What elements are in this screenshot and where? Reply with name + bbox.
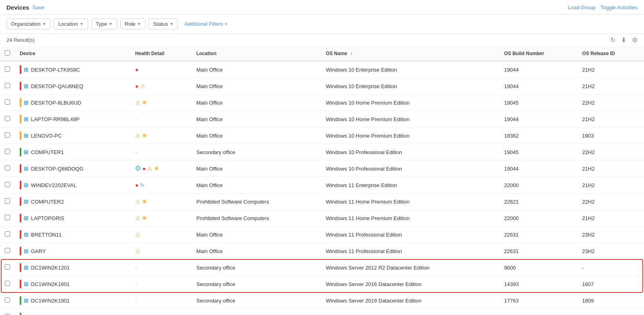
select-all-checkbox[interactable] [5, 50, 10, 56]
row-checkbox-cell [0, 111, 15, 128]
device-cell: ⊞ COMPUTER2 [15, 194, 130, 210]
refresh-icon[interactable]: ↻ [610, 36, 615, 44]
os-name-column-header[interactable]: OS Name ↑ [321, 46, 499, 61]
location-cell: Main Office [192, 226, 321, 243]
toggle-activities-link[interactable]: Toggle Activities [601, 4, 638, 10]
warning-icon: ⚠ [147, 165, 153, 172]
load-group-link[interactable]: Load Group [568, 4, 596, 10]
row-checkbox[interactable] [5, 165, 10, 171]
row-checkbox[interactable] [5, 297, 10, 303]
device-name[interactable]: GARY [31, 248, 46, 254]
status-indicator [20, 131, 21, 140]
device-name[interactable]: DESKTOP-QAU6NEQ [31, 83, 83, 89]
chevron-down-icon: ▼ [169, 22, 173, 26]
error-icon: ● [135, 66, 138, 73]
location-cell: Secondary office [192, 292, 321, 309]
os-build-cell: 17763 [500, 292, 578, 309]
os-build-cell: 14393 [500, 276, 578, 292]
health-detail-cell: - [130, 292, 192, 309]
row-checkbox[interactable] [5, 132, 10, 138]
device-name[interactable]: COMPUTER1 [31, 149, 64, 155]
health-icons-group: - [135, 281, 187, 287]
health-detail-cell: - [130, 144, 192, 161]
device-column-header[interactable]: Device [15, 46, 130, 61]
results-bar: 24 Result(s) ↻ ⬇ ⚙ [0, 34, 644, 46]
row-checkbox-cell [0, 95, 15, 111]
top-bar-left: Devices Save [6, 4, 44, 11]
health-detail-column-header[interactable]: Health Detail [130, 46, 192, 61]
windows-icon: ⊞ [24, 116, 29, 122]
settings-icon[interactable]: ⚙ [632, 36, 638, 44]
table-row: ⊞ WIN-NMVHNRC8O1H - Main Office Windows … [0, 309, 644, 315]
device-name[interactable]: LAPTOP-RR9BL49P [31, 116, 79, 122]
device-name[interactable]: COMPUTER2 [31, 199, 64, 205]
table-row: ⊞ DESKTOP-8LBU6UD ⚠❅ Main Office Windows… [0, 95, 644, 111]
location-cell: Secondary office [192, 259, 321, 276]
os-name-cell: Windows 10 Professional Edition [321, 161, 499, 177]
health-icons-group: ● [135, 66, 187, 73]
health-detail-cell: - [130, 276, 192, 292]
additional-filters-button[interactable]: Additional Filters + [181, 19, 231, 29]
row-checkbox[interactable] [5, 248, 10, 253]
os-release-column-header[interactable]: OS Release ID [577, 46, 644, 61]
row-checkbox-cell [0, 61, 15, 78]
row-checkbox-cell [0, 276, 15, 292]
row-checkbox[interactable] [5, 281, 10, 286]
row-checkbox[interactable] [5, 116, 10, 121]
row-checkbox-cell [0, 210, 15, 226]
row-checkbox[interactable] [5, 99, 10, 105]
health-icons-group: ⚠❅ [135, 215, 187, 221]
device-name[interactable]: DESKTOP-LTK9S8C [31, 67, 80, 73]
os-build-cell: 18362 [500, 128, 578, 144]
status-indicator [20, 181, 21, 189]
row-checkbox[interactable] [5, 182, 10, 187]
select-all-header[interactable] [0, 46, 15, 61]
row-checkbox-cell [0, 243, 15, 259]
warning-icon: ⚠ [135, 215, 140, 221]
health-icons-group: ⚠❅ [135, 132, 187, 139]
row-checkbox[interactable] [5, 66, 10, 72]
device-cell: ⊞ DC1WIN2K1601 [15, 276, 130, 292]
row-checkbox[interactable] [5, 264, 10, 270]
status-indicator [20, 197, 21, 206]
type-filter[interactable]: Type ▼ [91, 19, 117, 29]
snowflake-icon: ❅ [142, 99, 147, 106]
device-name[interactable]: DESKTOP-8LBU6UD [31, 100, 81, 106]
os-release-cell: 23H2 [577, 226, 644, 243]
device-name[interactable]: WINDEV2202EVAL [31, 182, 76, 188]
location-filter[interactable]: Location ▼ [54, 19, 88, 29]
row-checkbox[interactable] [5, 231, 10, 237]
status-filter[interactable]: Status ▼ [149, 19, 178, 29]
row-checkbox[interactable] [5, 215, 10, 220]
table-row: ⊞ BRETTON11 ⚠ Main Office Windows 11 Pro… [0, 226, 644, 243]
device-name[interactable]: LENOVO-PC [31, 133, 62, 139]
device-name[interactable]: DC1WIN2K1601 [31, 281, 70, 287]
location-column-header[interactable]: Location [192, 46, 321, 61]
chevron-down-icon: ▼ [109, 22, 113, 26]
device-name[interactable]: DC1WIN2K1901 [31, 298, 70, 304]
os-name-cell: Windows 11 Home Premium Edition [321, 194, 499, 210]
snowflake-icon: ❅ [142, 215, 147, 221]
status-indicator [20, 313, 21, 315]
device-name[interactable]: DESKTOP-Q88DOQG [31, 166, 84, 172]
table-row: ⊞ LENOVO-PC ⚠❅ Main Office Windows 10 Ho… [0, 128, 644, 144]
device-name[interactable]: LAPTOPGRIS [31, 215, 64, 221]
device-name[interactable]: DC1WIN2K1201 [31, 265, 70, 271]
status-indicator [20, 230, 21, 239]
row-checkbox[interactable] [5, 83, 10, 88]
snowflake-icon: ❅ [142, 132, 147, 139]
row-checkbox-cell [0, 226, 15, 243]
row-checkbox[interactable] [5, 198, 10, 204]
health-icons-group: - [135, 265, 187, 271]
windows-icon: ⊞ [24, 264, 29, 271]
download-icon[interactable]: ⬇ [621, 36, 626, 44]
os-build-column-header[interactable]: OS Build Number [500, 46, 578, 61]
device-name[interactable]: BRETTON11 [31, 232, 62, 238]
organization-filter[interactable]: Organization ▼ [6, 19, 51, 29]
location-cell: Main Office [192, 309, 321, 315]
role-filter[interactable]: Role ▼ [120, 19, 146, 29]
save-button[interactable]: Save [33, 4, 45, 10]
os-build-cell: 19044 [500, 78, 578, 95]
chevron-down-icon: ▼ [137, 22, 141, 26]
row-checkbox[interactable] [5, 149, 10, 154]
